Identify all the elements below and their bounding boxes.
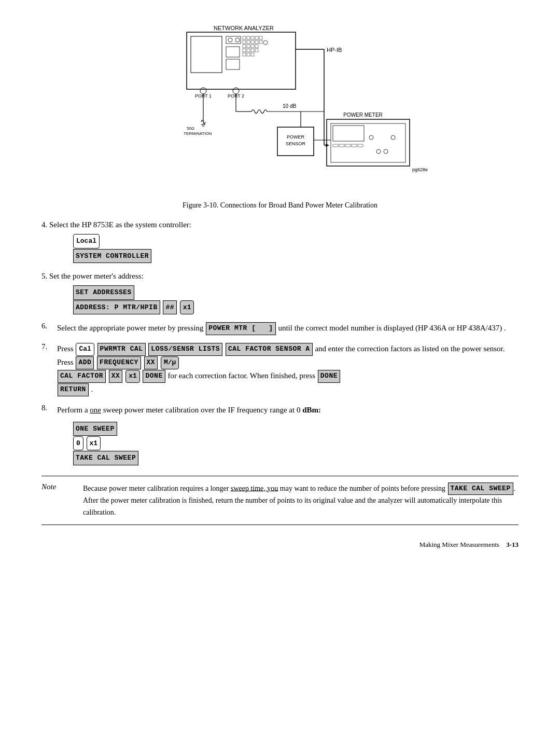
step-6: 6. Select the appropriate power meter by… — [41, 322, 519, 335]
step-8-keys: ONE SWEEP 0 x1 TAKE CAL SWEEP — [73, 421, 519, 465]
diagram-section: NETWORK ANALYZER — [41, 21, 519, 210]
sweep-time-underline: sweep time, you — [231, 484, 278, 492]
svg-point-4 — [228, 38, 232, 42]
system-controller-key: SYSTEM CONTROLLER — [73, 249, 151, 263]
svg-text:POWER: POWER — [287, 134, 305, 140]
note-label: Note — [41, 482, 83, 519]
step-5-text: 5. Set the power meter's address: — [41, 270, 519, 282]
svg-rect-25 — [247, 53, 250, 56]
svg-rect-29 — [226, 59, 240, 70]
svg-rect-6 — [243, 36, 246, 39]
frequency-key: FREQUENCY — [97, 356, 141, 369]
svg-text:NETWORK ANALYZER: NETWORK ANALYZER — [214, 25, 274, 31]
svg-rect-23 — [255, 49, 258, 52]
svg-point-56 — [376, 149, 381, 154]
svg-text:TERMINATION: TERMINATION — [184, 131, 212, 136]
footer-page: 3-13 — [506, 541, 519, 548]
footer: Making Mixer Measurements 3-13 — [41, 541, 519, 549]
xx-key-1: XX — [144, 356, 158, 369]
diagram-caption: Figure 3-10. Connections for Broad Band … — [183, 201, 377, 210]
step-6-number: 6. — [41, 322, 57, 335]
step-5-content: Set the power meter's address: — [49, 272, 144, 280]
step-5-number: 5. — [41, 272, 47, 280]
svg-rect-15 — [259, 40, 262, 44]
svg-rect-8 — [251, 36, 254, 39]
svg-rect-20 — [243, 49, 246, 52]
note-section: Note Because power meter calibration req… — [41, 476, 519, 526]
step-7: 7. Press Cal PWRMTR CAL LOSS/SENSR LISTS… — [41, 342, 519, 396]
svg-rect-19 — [255, 45, 258, 48]
pwrmtr-cal-key: PWRMTR CAL — [97, 343, 146, 356]
set-addresses-key: SET ADDRESSES — [73, 285, 134, 299]
svg-point-55 — [369, 135, 373, 140]
address-p-mtr-key: ADDRESS: P MTR/HPIB — [73, 300, 160, 314]
add-key: ADD — [76, 356, 94, 369]
svg-rect-54 — [358, 144, 363, 147]
return-key: RETURN — [58, 383, 89, 396]
step-6-content: Select the appropriate power meter by pr… — [57, 322, 519, 335]
cal-factor-sensor-a-key: CAL FACTOR SENSOR A — [226, 343, 313, 356]
svg-rect-13 — [251, 40, 254, 44]
svg-text:SENSOR: SENSOR — [286, 141, 306, 146]
dbm-text: dBm: — [302, 406, 321, 414]
svg-rect-50 — [333, 144, 338, 147]
svg-rect-48 — [331, 123, 405, 162]
svg-point-27 — [263, 40, 268, 45]
svg-rect-9 — [255, 36, 258, 39]
one-sweep-key: ONE SWEEP — [73, 422, 117, 436]
done-key-1: DONE — [143, 370, 165, 383]
diagram-label: pg628e — [412, 167, 428, 172]
step-7-row: 7. Press Cal PWRMTR CAL LOSS/SENSR LISTS… — [41, 342, 519, 396]
x1-key-8: x1 — [87, 436, 101, 450]
svg-text:POWER METER: POWER METER — [343, 112, 383, 118]
step-5-keys: SET ADDRESSES ADDRESS: P MTR/HPIB ## x1 — [73, 285, 519, 315]
svg-rect-14 — [255, 40, 258, 44]
one-text: one — [90, 406, 101, 414]
step-8: 8. Perform a one sweep power meter calib… — [41, 404, 519, 465]
take-cal-sweep-key-8: TAKE CAL SWEEP — [73, 451, 138, 465]
svg-rect-17 — [247, 45, 250, 48]
svg-rect-26 — [251, 53, 254, 56]
svg-text:50Ω: 50Ω — [187, 126, 194, 131]
step-8-number: 8. — [41, 404, 57, 416]
done-key-2: DONE — [318, 370, 340, 383]
loss-sensr-key: LOSS/SENSR LISTS — [148, 343, 222, 356]
svg-rect-52 — [345, 144, 351, 147]
cal-key: Cal — [76, 343, 94, 356]
power-mtr-key: POWER MTR [ ] — [206, 322, 276, 335]
step-4-number: 4. — [41, 220, 47, 229]
xx-key-2: XX — [109, 370, 123, 383]
svg-point-5 — [235, 38, 240, 42]
step-7-number: 7. — [41, 342, 57, 396]
svg-text:HP-IB: HP-IB — [327, 47, 342, 53]
footer-text: Making Mixer Measurements 3-13 — [419, 541, 519, 549]
step-4-keys: Local SYSTEM CONTROLLER — [73, 234, 519, 264]
footer-label: Making Mixer Measurements — [419, 541, 500, 548]
svg-text:10 dB: 10 dB — [283, 103, 296, 109]
svg-point-57 — [384, 149, 388, 154]
svg-rect-16 — [243, 45, 246, 48]
zero-key: 0 — [73, 436, 83, 450]
step-4-content: Select the HP 8753E as the system contro… — [49, 220, 191, 229]
step-8-content: Perform a one sweep power meter calibrat… — [57, 404, 519, 416]
svg-marker-65 — [326, 144, 329, 147]
step-5: 5. Set the power meter's address: SET AD… — [41, 270, 519, 314]
svg-rect-24 — [243, 53, 246, 56]
cal-factor-key: CAL FACTOR — [58, 370, 106, 383]
svg-rect-2 — [191, 36, 222, 73]
svg-rect-46 — [327, 119, 410, 166]
svg-rect-53 — [352, 144, 357, 147]
svg-rect-10 — [259, 36, 262, 39]
svg-rect-49 — [333, 126, 364, 141]
svg-rect-21 — [247, 49, 250, 52]
svg-rect-51 — [339, 144, 344, 147]
network-analyzer-diagram: NETWORK ANALYZER — [124, 21, 436, 197]
diagram-image: NETWORK ANALYZER — [124, 21, 436, 197]
svg-rect-7 — [247, 36, 250, 39]
m-mu-key: M/μ — [161, 356, 179, 369]
step-6-row: 6. Select the appropriate power meter by… — [41, 322, 519, 335]
svg-rect-22 — [251, 49, 254, 52]
x1-key-7: x1 — [125, 370, 140, 383]
step-7-content: Press Cal PWRMTR CAL LOSS/SENSR LISTS CA… — [57, 342, 519, 396]
local-key: Local — [73, 234, 100, 248]
